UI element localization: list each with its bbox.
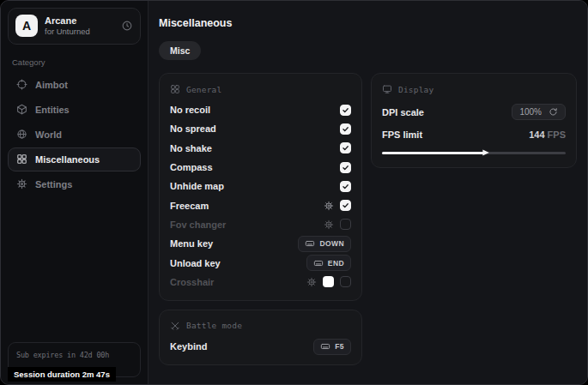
row-unhide-map: Unhide map xyxy=(170,177,351,196)
checkbox[interactable] xyxy=(340,219,351,230)
row-label: Menu key xyxy=(170,238,213,249)
fps-limit-row: FPS limit 144 FPS xyxy=(382,123,566,145)
checkbox[interactable] xyxy=(340,162,351,173)
row-label: Unload key xyxy=(170,258,221,268)
fps-limit-slider[interactable] xyxy=(382,147,566,159)
row-label: Unhide map xyxy=(170,181,224,191)
display-card-header: Display xyxy=(382,81,566,100)
row-label: No shake xyxy=(170,143,212,153)
battle-mode-card-header: Battle mode xyxy=(170,317,351,337)
cards-area: General No recoil No spread No shake Com… xyxy=(159,73,577,365)
checkbox[interactable] xyxy=(340,105,351,116)
tab-misc[interactable]: Misc xyxy=(159,41,201,60)
tab-bar: Misc xyxy=(159,41,577,60)
keyboard-icon xyxy=(305,238,315,249)
row-controls xyxy=(340,181,351,192)
left-column: General No recoil No spread No shake Com… xyxy=(159,73,362,365)
checkbox[interactable] xyxy=(340,123,351,135)
right-column: Display DPI scale 100% FPS limit 144 xyxy=(371,73,577,168)
row-controls xyxy=(340,123,351,135)
sidebar: A Arcane for Unturned Category AimbotEnt… xyxy=(1,1,149,384)
row-controls: END xyxy=(306,255,351,271)
globe-icon xyxy=(16,129,27,140)
sidebar-nav: AimbotEntitiesWorldMiscellaneousSettings xyxy=(8,73,141,196)
checkbox[interactable] xyxy=(340,142,351,153)
row-label: Crosshair xyxy=(170,277,214,287)
dpi-scale-label: DPI scale xyxy=(382,107,424,117)
battle-mode-card: Battle mode Keybind F5 xyxy=(159,310,362,365)
keybind-value: DOWN xyxy=(319,239,344,248)
display-card-title: Display xyxy=(398,85,433,94)
category-label: Category xyxy=(12,57,136,67)
dpi-scale-value: 100% xyxy=(519,107,542,117)
dpi-scale-control[interactable]: 100% xyxy=(512,104,566,120)
row-no-recoil: No recoil xyxy=(170,100,351,119)
general-card-header: General xyxy=(170,81,351,100)
slider-thumb[interactable] xyxy=(482,148,490,157)
keybind-chip[interactable]: END xyxy=(306,255,351,271)
row-controls: F5 xyxy=(313,339,351,355)
display-card: Display DPI scale 100% FPS limit 144 xyxy=(371,73,577,168)
sidebar-item-entities[interactable]: Entities xyxy=(8,98,141,122)
checkbox[interactable] xyxy=(340,200,351,211)
app-header: A Arcane for Unturned xyxy=(8,8,141,45)
row-compass: Compass xyxy=(170,158,351,177)
app-title-block: Arcane for Unturned xyxy=(45,15,90,38)
app-logo: A xyxy=(15,15,38,37)
keybind-chip[interactable]: DOWN xyxy=(298,236,351,252)
row-label: Freecam xyxy=(170,201,209,211)
slider-fill xyxy=(382,152,485,154)
history-icon[interactable] xyxy=(121,20,133,32)
app-window: A Arcane for Unturned Category AimbotEnt… xyxy=(0,0,588,385)
row-keybind: Keybind F5 xyxy=(170,337,351,356)
sidebar-item-aimbot[interactable]: Aimbot xyxy=(8,73,141,97)
checkbox[interactable] xyxy=(340,276,351,287)
page-title: Miscellaneous xyxy=(159,17,577,29)
layout-grid-icon xyxy=(16,153,27,165)
row-controls xyxy=(306,276,351,287)
gear-icon[interactable] xyxy=(306,277,317,287)
row-crosshair: Crosshair xyxy=(170,273,351,292)
row-fov-changer: Fov changer xyxy=(170,215,351,234)
row-controls xyxy=(340,162,351,173)
keybind-chip[interactable]: F5 xyxy=(313,339,351,355)
row-no-spread: No spread xyxy=(170,119,351,138)
gear-icon xyxy=(16,178,27,189)
monitor-icon xyxy=(382,84,392,94)
fps-limit-label: FPS limit xyxy=(382,129,422,140)
row-controls xyxy=(340,142,351,153)
sidebar-item-miscellaneous[interactable]: Miscellaneous xyxy=(8,147,141,171)
row-label: No spread xyxy=(170,123,216,134)
row-controls: DOWN xyxy=(298,236,351,252)
row-menu-key: Menu key DOWN xyxy=(170,234,351,253)
sidebar-item-world[interactable]: World xyxy=(8,123,141,147)
color-swatch[interactable] xyxy=(323,276,334,287)
row-controls xyxy=(324,219,351,230)
sub-expiry-text: Sub expires in 42d 00h xyxy=(16,351,132,359)
sidebar-item-label: Aimbot xyxy=(35,80,68,90)
refresh-icon[interactable] xyxy=(549,107,558,117)
layout-grid-icon xyxy=(170,84,180,94)
fps-limit-value: 144 FPS xyxy=(529,129,566,140)
row-label: Keybind xyxy=(170,341,207,352)
sidebar-item-settings[interactable]: Settings xyxy=(8,172,141,196)
gear-icon[interactable] xyxy=(324,220,334,230)
row-unload-key: Unload key END xyxy=(170,253,351,272)
checkbox[interactable] xyxy=(340,181,351,192)
row-controls xyxy=(324,200,351,211)
row-freecam: Freecam xyxy=(170,196,351,214)
keybind-value: END xyxy=(328,259,344,268)
app-name: Arcane xyxy=(45,15,90,27)
gear-icon[interactable] xyxy=(324,201,334,211)
row-label: Compass xyxy=(170,162,213,172)
keybind-value: F5 xyxy=(335,342,344,351)
sidebar-item-label: Settings xyxy=(35,179,72,189)
row-label: Fov changer xyxy=(170,220,226,230)
row-label: No recoil xyxy=(170,105,210,115)
general-card-title: General xyxy=(186,85,221,94)
row-controls xyxy=(340,105,351,116)
swords-icon xyxy=(170,321,180,331)
row-no-shake: No shake xyxy=(170,139,351,158)
battle-mode-card-title: Battle mode xyxy=(186,321,242,330)
keyboard-icon xyxy=(313,258,324,268)
